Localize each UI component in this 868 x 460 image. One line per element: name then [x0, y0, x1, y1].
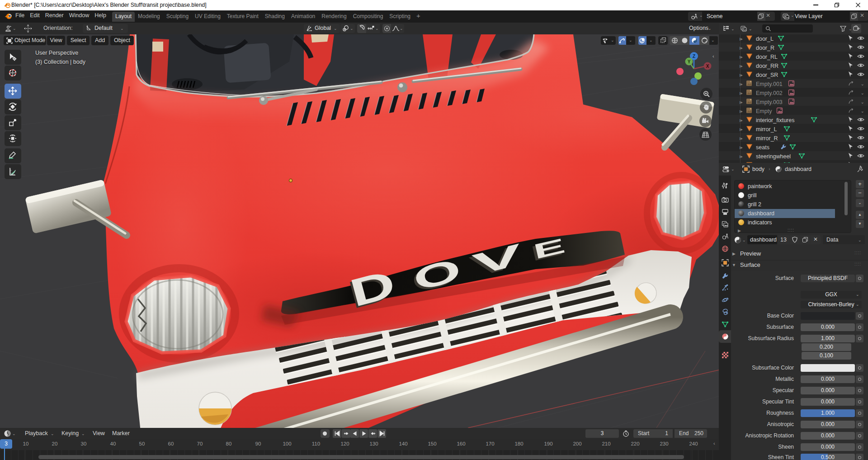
svg-text:X: X — [706, 64, 709, 69]
svg-text:Y: Y — [688, 59, 691, 64]
svg-text:Z: Z — [693, 54, 695, 59]
